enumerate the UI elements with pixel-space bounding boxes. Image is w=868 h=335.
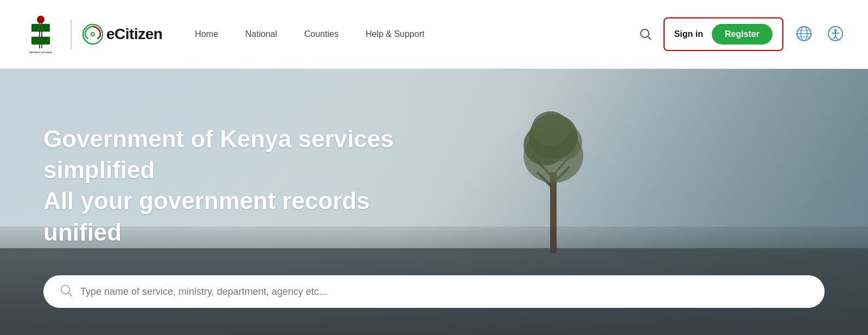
search-bar [43,275,825,308]
svg-rect-1 [31,24,50,31]
search-icon-bar [60,284,73,297]
hero-title: Government of Kenya services simplified … [43,123,423,248]
signin-button[interactable]: Sign in [674,29,703,39]
search-icon [640,28,652,40]
hero-content: Government of Kenya services simplified … [43,123,423,248]
svg-point-13 [92,33,94,35]
main-search-input[interactable] [80,286,808,298]
logo-divider [71,20,72,49]
coat-of-arms-logo: REPUBLIC OF KENYA [22,14,60,55]
search-bar-icon [60,284,73,299]
svg-rect-3 [31,37,50,45]
auth-box: Sign in Register [663,17,783,51]
accessibility-button[interactable] [825,23,846,46]
ecitizen-logo: eCitizen [82,24,162,45]
svg-point-14 [641,29,649,37]
svg-point-36 [532,111,570,146]
svg-text:REPUBLIC OF KENYA: REPUBLIC OF KENYA [29,51,52,54]
accessibility-icon [827,25,844,42]
language-button[interactable] [793,23,815,46]
header: REPUBLIC OF KENYA eCitizen Home National… [0,0,868,69]
svg-point-9 [39,17,42,20]
register-button[interactable]: Register [712,24,773,45]
svg-point-22 [834,29,837,31]
logo-area: REPUBLIC OF KENYA eCitizen [22,14,162,55]
svg-line-15 [648,37,650,40]
nav-home[interactable]: Home [195,29,218,39]
svg-line-26 [835,36,838,39]
globe-icon [795,25,813,42]
ecitizen-brand-icon [82,24,103,45]
nav-counties[interactable]: Counties [304,29,339,39]
search-icon-button[interactable] [637,26,654,42]
hero-title-line2: All your government records unified [43,187,369,245]
search-area [0,248,868,335]
svg-line-38 [69,293,72,296]
nav-help-support[interactable]: Help & Support [366,29,425,39]
hero-section: Government of Kenya services simplified … [0,69,868,335]
svg-rect-2 [31,31,50,37]
nav-national[interactable]: National [245,29,277,39]
site-name: eCitizen [106,26,162,43]
header-actions: Sign in Register [637,17,846,51]
hero-title-line1: Government of Kenya services simplified [43,125,394,183]
svg-point-37 [61,286,70,294]
main-nav: Home National Counties Help & Support [195,29,637,39]
